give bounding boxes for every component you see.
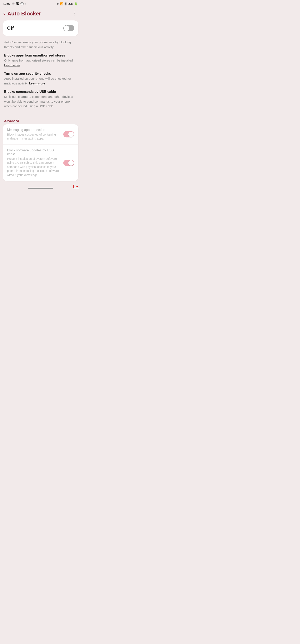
feature-title-0: Blocks apps from unauthorised stores <box>4 54 77 57</box>
usb-updates-title: Block software updates by USB cable <box>7 148 60 156</box>
usb-updates-toggle[interactable] <box>63 160 74 166</box>
home-indicator <box>28 188 53 189</box>
watermark: XOR <box>73 185 79 188</box>
page-title: Auto Blocker <box>7 10 41 17</box>
feature-block-1: Turns on app security checks Apps instal… <box>4 72 77 86</box>
dot-icon: ● <box>25 3 26 5</box>
advanced-label: Advanced <box>0 117 81 124</box>
top-bar: ‹ Auto Blocker ⋮ <box>0 8 81 20</box>
top-bar-left: ‹ Auto Blocker <box>2 10 41 17</box>
learn-more-link-1[interactable]: Learn more <box>29 82 45 85</box>
description-section: Auto Blocker keeps your phone safe by bl… <box>0 40 81 117</box>
wifi-icon: 📶 <box>60 2 63 6</box>
usb-updates-row: Block software updates by USB cable Prev… <box>3 144 78 181</box>
main-description: Auto Blocker keeps your phone safe by bl… <box>4 40 77 50</box>
battery-percent: 86% <box>68 2 73 6</box>
more-button[interactable]: ⋮ <box>72 10 78 17</box>
feature-desc-2: Malicious chargers, computers, and other… <box>4 94 77 109</box>
learn-more-link-0[interactable]: Learn more <box>4 64 20 67</box>
gallery-icon: 🖼 <box>16 2 19 6</box>
time: 19:07 <box>3 2 10 6</box>
messaging-protection-desc: Block images suspected of containing mal… <box>7 133 60 141</box>
messaging-toggle-knob <box>68 132 74 137</box>
advanced-card: Messaging app protection Block images su… <box>3 124 78 181</box>
status-right: ∗ 📶 ▓ 86% 🔋 <box>56 2 78 6</box>
whatsapp-icon: 💬 <box>20 2 24 6</box>
status-left: 19:07 👻 🖼 💬 ● <box>3 2 26 6</box>
signal-icon: ▓ <box>65 2 66 5</box>
bottom-bar <box>0 185 81 190</box>
feature-block-2: Blocks commands by USB cable Malicious c… <box>4 90 77 109</box>
messaging-protection-title: Messaging app protection <box>7 128 60 132</box>
status-bar: 19:07 👻 🖼 💬 ● ∗ 📶 ▓ 86% 🔋 <box>0 0 81 8</box>
snapchat-icon: 👻 <box>11 2 15 6</box>
feature-desc-1: Apps installed on your phone will be che… <box>4 76 77 86</box>
feature-desc-0: Only apps from authorised stores can be … <box>4 58 77 68</box>
bluetooth-icon: ∗ <box>56 2 59 6</box>
auto-blocker-toggle[interactable] <box>63 25 74 31</box>
messaging-protection-toggle[interactable] <box>63 131 74 138</box>
messaging-protection-row: Messaging app protection Block images su… <box>3 124 78 144</box>
toggle-label: Off <box>7 26 14 31</box>
feature-title-2: Blocks commands by USB cable <box>4 90 77 94</box>
back-button[interactable]: ‹ <box>2 10 6 17</box>
usb-toggle-knob <box>68 160 74 166</box>
auto-blocker-toggle-card: Off <box>3 20 78 36</box>
usb-updates-desc: Prevent installation of system software … <box>7 157 60 177</box>
usb-updates-content: Block software updates by USB cable Prev… <box>7 148 63 177</box>
battery-icon: 🔋 <box>74 2 78 6</box>
toggle-knob <box>64 26 69 31</box>
messaging-protection-content: Messaging app protection Block images su… <box>7 128 63 141</box>
feature-block-0: Blocks apps from unauthorised stores Onl… <box>4 54 77 68</box>
feature-title-1: Turns on app security checks <box>4 72 77 76</box>
